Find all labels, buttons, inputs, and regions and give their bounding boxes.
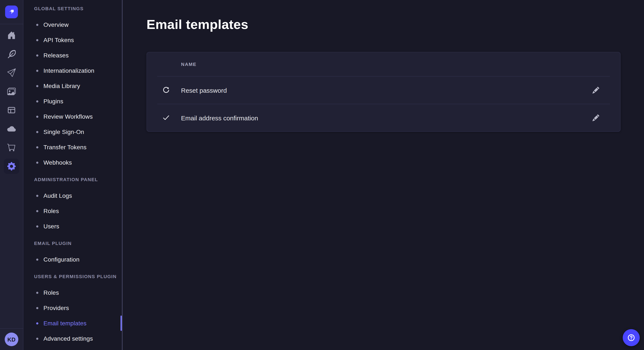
bullet-icon [36,24,38,26]
subnav-item-label: Media Library [44,82,80,89]
templates-table-body: Reset passwordEmail address confirmation [147,77,620,131]
subnav-item-email-templates[interactable]: Email templates [24,316,122,331]
subnav-item-providers[interactable]: Providers [24,300,122,316]
cloud-icon[interactable] [4,121,19,137]
subnav-section-label: GLOBAL SETTINGS [24,2,122,14]
subnav-item-label: Providers [44,305,69,311]
strapi-logo-icon [8,8,15,16]
subnav-item-roles[interactable]: Roles [24,203,122,219]
refresh-icon [162,86,170,94]
logo-zone [0,0,23,24]
home-icon[interactable] [4,28,19,43]
main-content: Email templates NAME Reset passwordEmail… [123,0,644,350]
subnav-item-label: Internationalization [44,67,94,74]
bullet-icon [36,225,38,227]
user-avatar[interactable]: KD [5,333,18,346]
subnav-item-media-library[interactable]: Media Library [24,78,122,94]
subnav-item-roles[interactable]: Roles [24,285,122,300]
bullet-icon [36,54,38,56]
subnav-item-single-sign-on[interactable]: Single Sign-On [24,124,122,140]
subnav-item-label: Advanced settings [44,335,93,342]
subnav-item-users[interactable]: Users [24,219,122,234]
question-mark-icon [626,333,636,342]
subnav-item-configuration[interactable]: Configuration [24,252,122,267]
bullet-icon [36,146,38,148]
subnav-item-advanced-settings[interactable]: Advanced settings [24,331,122,346]
table-row-reset-password[interactable]: Reset password [147,77,620,104]
subnav-section-label: EMAIL PLUGIN [24,237,122,249]
strapi-logo[interactable] [5,5,18,18]
bullet-icon [36,39,38,41]
subnav-item-label: API Tokens [44,37,74,43]
bullet-icon [36,85,38,87]
subnav-item-api-tokens[interactable]: API Tokens [24,32,122,48]
bullet-icon [36,70,38,72]
name-column-header: NAME [181,62,196,67]
subnav-item-label: Configuration [44,256,80,263]
rail-nav [4,24,19,174]
subnav-item-label: Overview [44,21,68,28]
layout-panel-icon[interactable] [4,103,19,118]
subnav-item-review-workflows[interactable]: Review Workflows [24,109,122,124]
bullet-icon [36,161,38,164]
subnav-item-audit-logs[interactable]: Audit Logs [24,188,122,203]
help-button[interactable] [623,329,640,346]
subnav-section-administration-panel: ADMINISTRATION PANELAudit LogsRolesUsers [24,174,122,234]
paper-plane-icon[interactable] [4,65,19,80]
active-item-indicator [120,316,122,331]
subnav-item-label: Single Sign-On [44,128,84,135]
template-name: Email address confirmation [181,114,258,121]
subnav-item-label: Email templates [44,320,86,327]
subnav-section-label: ADMINISTRATION PANEL [24,174,122,185]
subnav-item-label: Audit Logs [44,192,72,199]
subnav-item-webhooks[interactable]: Webhooks [24,155,122,170]
subnav-item-label: Plugins [44,98,63,105]
settings-subnav: GLOBAL SETTINGSOverviewAPI TokensRelease… [24,0,123,350]
app-window: KD GLOBAL SETTINGSOverviewAPI TokensRele… [0,0,644,350]
bullet-icon [36,338,38,340]
subnav-item-overview[interactable]: Overview [24,17,122,32]
bullet-icon [36,307,38,309]
page-title: Email templates [146,17,620,32]
bullet-icon [36,258,38,260]
bullet-icon [36,292,38,294]
bullet-icon [36,116,38,118]
rail-bottom: KD [0,328,23,350]
subnav-section-global-settings: GLOBAL SETTINGSOverviewAPI TokensRelease… [24,2,122,170]
subnav-item-internationalization[interactable]: Internationalization [24,63,122,78]
subnav-item-label: Review Workflows [44,113,93,120]
bullet-icon [36,100,38,102]
subnav-item-plugins[interactable]: Plugins [24,94,122,109]
subnav-sections: GLOBAL SETTINGSOverviewAPI TokensRelease… [24,2,122,346]
subnav-item-transfer-tokens[interactable]: Transfer Tokens [24,140,122,155]
bullet-icon [36,194,38,197]
settings-gear-icon[interactable] [4,159,19,174]
bullet-icon [36,210,38,212]
subnav-section-email-plugin: EMAIL PLUGINConfiguration [24,237,122,267]
subnav-item-label: Roles [44,289,59,296]
table-row-email-address-confirmation[interactable]: Email address confirmation [147,104,620,131]
bullet-icon [36,322,38,324]
subnav-section-label: USERS & PERMISSIONS PLUGIN [24,270,122,282]
subnav-item-label: Roles [44,207,59,214]
main-nav-rail: KD [0,0,24,350]
edit-template-button[interactable] [589,83,603,97]
media-images-icon[interactable] [4,84,19,99]
shopping-cart-icon[interactable] [4,140,19,155]
subnav-item-label: Transfer Tokens [44,144,86,151]
table-header: NAME [147,52,620,76]
subnav-item-label: Webhooks [44,159,72,166]
email-templates-table: NAME Reset passwordEmail address confirm… [146,52,620,132]
subnav-item-label: Users [44,223,59,230]
subnav-item-label: Releases [44,52,68,59]
template-name: Reset password [181,87,227,94]
subnav-section-users-permissions-plugin: USERS & PERMISSIONS PLUGINRolesProviders… [24,270,122,346]
bullet-icon [36,131,38,133]
check-icon [162,114,170,122]
feather-pen-icon[interactable] [4,46,19,62]
subnav-item-releases[interactable]: Releases [24,48,122,63]
edit-template-button[interactable] [589,111,603,125]
